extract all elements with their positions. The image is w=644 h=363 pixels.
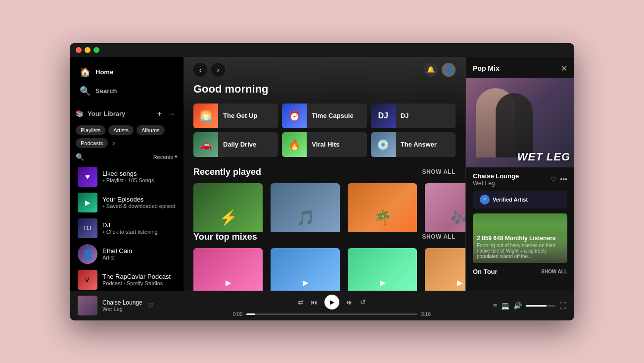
mix3-thumb: ▶: [348, 248, 417, 291]
liked-songs-thumb: ♥: [78, 167, 97, 187]
filter-chip-podcasts[interactable]: Podcasts: [76, 138, 108, 148]
green-dot-liked: ●: [102, 178, 105, 183]
sidebar-item-home[interactable]: 🏠 Home: [74, 63, 180, 82]
back-button[interactable]: ‹: [193, 63, 207, 77]
library-item-dj[interactable]: DJ DJ ● Click to start listening: [74, 215, 180, 241]
mix-card-2[interactable]: ▶: [271, 248, 340, 279]
repeat-button[interactable]: ↺: [360, 298, 366, 306]
mix4-icon: ▶: [457, 279, 462, 287]
panel-artist-name: Wet Leg: [473, 180, 519, 187]
next-button[interactable]: ⏭: [346, 298, 353, 306]
time-current: 0:00: [233, 311, 242, 317]
previous-button[interactable]: ⏮: [311, 298, 318, 306]
library-item-liked-songs[interactable]: ♥ Liked songs ● Playlist · 185 Songs: [74, 164, 180, 190]
recents-label: Recents: [153, 154, 173, 160]
library-search-button[interactable]: 🔍: [76, 153, 84, 161]
daily-thumb: 🚗: [193, 132, 218, 157]
card-pick-it-ups[interactable]: 🎶 ▶ Pick it ups Michael Minelli: [425, 183, 465, 220]
on-tour-title: On Tour: [473, 268, 498, 275]
top-mixes-row: ▶ ▶ ▶: [184, 248, 465, 291]
listeners-overlay: 2 859 648 Monthly Listeners Forming out …: [473, 225, 567, 263]
minimize-button[interactable]: [85, 47, 91, 53]
shuffle-button[interactable]: ⇄: [298, 298, 304, 306]
timecap-label: Time Capsule: [312, 112, 353, 119]
forward-button[interactable]: ›: [211, 63, 225, 77]
staycation-thumb: 🌴: [348, 183, 417, 232]
episodes-icon: ▶: [85, 199, 91, 207]
quick-card-viral[interactable]: 🔥 Viral Hits: [282, 132, 367, 157]
card-electric-feeling[interactable]: ⚡ ▶ Electric Feeling Decora: [193, 183, 263, 220]
mix2-thumb: ▶: [271, 248, 340, 291]
breakaway-thumb-wrap: 🎵 ▶: [271, 183, 340, 232]
filter-chip-albums[interactable]: Albums: [137, 125, 165, 135]
player-heart-button[interactable]: ♡: [147, 302, 154, 310]
panel-actions: ♡ •••: [551, 175, 567, 183]
sidebar: 🏠 Home 🔍 Search 📚 Your Library + →: [70, 57, 184, 291]
panel-artist-image: WET LEG: [466, 78, 574, 167]
devices-button[interactable]: 💻: [501, 302, 509, 310]
verified-text: Verified Artist: [493, 197, 528, 203]
sidebar-item-search[interactable]: 🔍 Search: [74, 82, 180, 101]
recents-button[interactable]: Recents ▾: [153, 154, 178, 160]
user-avatar[interactable]: 👤: [442, 63, 456, 77]
recents-chevron: ▾: [175, 154, 178, 160]
queue-button[interactable]: ≡: [493, 302, 497, 310]
on-tour-section: On Tour Show all: [466, 263, 574, 275]
figure-right: [496, 93, 533, 157]
player-right-controls: ≡ 💻 🔊 ⛶: [487, 302, 566, 310]
dj-quick-thumb: DJ: [371, 104, 396, 128]
quick-card-getup[interactable]: 🌅 The Get Up: [193, 104, 278, 128]
player-bar: Chaise Lounge Wet Leg ♡ ⇄ ⏮ ▶ ⏭ ↺ 0:00 3…: [70, 291, 574, 320]
filter-chip-more[interactable]: ›: [111, 138, 117, 148]
filter-chips: Playlists Artists Albums Podcasts ›: [70, 123, 184, 152]
card-staycation[interactable]: 🌴 ▶ Staycation Illvis Freshly: [348, 183, 417, 220]
on-tour-show-all[interactable]: Show all: [541, 269, 567, 274]
expand-library-button[interactable]: →: [166, 108, 178, 119]
on-tour-header: On Tour Show all: [473, 268, 567, 275]
quick-card-timecap[interactable]: ⏰ Time Capsule: [282, 104, 367, 128]
monthly-listeners-count: 2 859 648 Monthly Listeners: [477, 235, 563, 242]
sidebar-search-label: Search: [95, 87, 117, 95]
filter-row: 🔍 Recents ▾: [70, 152, 184, 164]
staycation-icon: 🌴: [373, 209, 392, 226]
mix1-thumb: ▶: [193, 248, 263, 291]
play-pause-button[interactable]: ▶: [324, 295, 339, 310]
quick-card-daily[interactable]: 🚗 Daily Drive: [193, 132, 278, 157]
library-header: 📚 Your Library + →: [70, 104, 184, 123]
panel-more-button[interactable]: •••: [560, 175, 567, 183]
quick-card-answer[interactable]: 💿 The Answer: [371, 132, 456, 157]
mix-card-1[interactable]: ▶: [193, 248, 263, 279]
liked-songs-title: Liked songs: [102, 170, 176, 177]
volume-bar[interactable]: [526, 305, 555, 307]
recently-played-show-all[interactable]: Show all: [422, 168, 456, 175]
listeners-bio: Forming out of hazy scenes on their nati…: [477, 243, 563, 259]
close-button[interactable]: [76, 47, 82, 53]
verified-icon: ✓: [480, 195, 490, 205]
player-artist-name: Wet Leg: [102, 306, 142, 312]
quick-card-dj[interactable]: DJ DJ: [371, 104, 456, 128]
card-breakaway[interactable]: 🎵 ▶ Breakaway Glassio: [271, 183, 340, 220]
panel-track-details: Chaise Lounge Wet Leg: [473, 172, 519, 187]
top-mixes-header: Your top mixes Show all: [184, 232, 465, 248]
add-library-button[interactable]: +: [155, 108, 164, 119]
top-mixes-show-all[interactable]: Show all: [422, 233, 456, 240]
progress-bar[interactable]: [246, 313, 417, 315]
notifications-button[interactable]: 🔔: [424, 63, 438, 77]
fullscreen-button[interactable]: ⛶: [559, 302, 566, 310]
liked-songs-sub: ● Playlist · 185 Songs: [102, 177, 176, 183]
panel-close-button[interactable]: ✕: [561, 64, 567, 73]
rapcaviar-sub: Podcast · Spotify Studios: [102, 280, 176, 286]
ethel-thumb: 👤: [78, 244, 97, 264]
filter-chip-playlists[interactable]: Playlists: [76, 125, 105, 135]
maximize-button[interactable]: [93, 47, 99, 53]
library-item-rapcaviar[interactable]: 🎙 The RapCaviar Podcast Podcast · Spotif…: [74, 267, 180, 291]
library-item-ethel-cain[interactable]: 👤 Ethel Cain Artist: [74, 241, 180, 267]
panel-heart-button[interactable]: ♡: [551, 175, 557, 183]
library-item-your-episodes[interactable]: ▶ Your Episodes ● Saved & downloaded epi…: [74, 190, 180, 215]
mix-card-3[interactable]: ▶: [348, 248, 417, 279]
dj-icon: DJ: [84, 225, 92, 232]
volume-button[interactable]: 🔊: [513, 302, 522, 310]
filter-chip-artists[interactable]: Artists: [108, 125, 134, 135]
mix-card-4[interactable]: ▶: [425, 248, 465, 279]
green-dot-dj: ●: [102, 230, 105, 234]
